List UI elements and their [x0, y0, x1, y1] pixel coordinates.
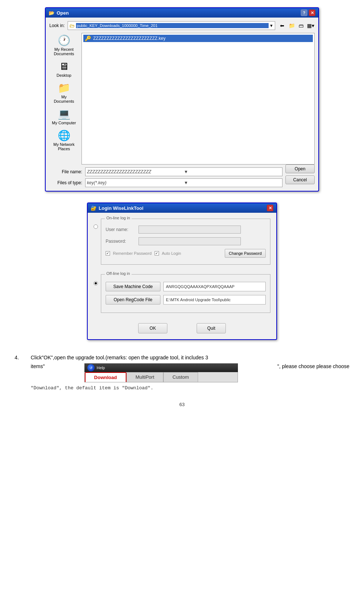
open-dialog: 📂 Open ? ✕ Look in: 🗁 public_KEY_Downloa… [45, 7, 319, 192]
open-dialog-body: Look in: 🗁 public_KEY_Downloads_1000000_… [46, 18, 318, 191]
offline-wrapper: Off-line log in Save Machine Code ANRGQG… [94, 274, 270, 319]
online-legend: On-line log in [105, 216, 132, 220]
file-area-container: 🕐 My RecentDocuments 🖥 Desktop 📁 My Docu… [49, 33, 315, 164]
open-dialog-titlebar: 📂 Open ? ✕ [46, 8, 318, 18]
login-titlebar-controls: ✕ [267, 205, 273, 211]
look-in-dropdown-arrow[interactable]: ▼ [269, 23, 273, 28]
login-dialog: 🔐 Login WiseLinkTool ✕ On-line log in Us… [87, 203, 277, 340]
open-regcode-button[interactable]: Open RegCode File [106, 295, 160, 305]
reg-code-display: E:\MTK Android Upgrade Tool\public [163, 295, 266, 305]
items-desc-group: ", please choose please choose [277, 363, 349, 369]
password-row: Password: [106, 237, 266, 245]
items-label-group: items" [31, 363, 45, 369]
look-in-row: Look in: 🗁 public_KEY_Downloads_1000000_… [49, 21, 315, 30]
new-folder-icon[interactable]: 📁 [288, 22, 296, 30]
computer-icon: 💻 [58, 108, 71, 120]
desktop-icon: 🖥 [59, 60, 69, 72]
page-number: 63 [7, 402, 357, 407]
machine-code-row: Save Machine Code ANRGQGQQAAAXAQPXARQQAA… [106, 282, 266, 291]
filename-value: ZZZZZZZZZZZZZZZZZZZZZZZZ [87, 169, 184, 174]
offline-radio[interactable] [94, 280, 98, 285]
tab-multiport[interactable]: MultiPort [126, 372, 163, 382]
titlebar-controls: ? ✕ [301, 10, 315, 16]
filename-label: File name: [49, 169, 82, 174]
login-body: On-line log in User name: Password: Reme… [88, 213, 276, 339]
username-input[interactable] [139, 226, 241, 234]
nav-desktop[interactable]: 🖥 Desktop [50, 59, 78, 79]
ok-button[interactable]: OK [138, 323, 167, 333]
toolbar-icons: ⬅ 📁 🗃 ▦▾ [278, 22, 315, 30]
login-actions: OK Quit [94, 323, 270, 333]
look-in-combo[interactable]: 🗁 public_KEY_Downloads_1000000_Time_201 … [68, 21, 275, 30]
offline-section: Off-line log in Save Machine Code ANRGQG… [101, 274, 270, 313]
items-desc: ", please choose [277, 363, 315, 369]
reg-code-row: Open RegCode File E:\MTK Android Upgrade… [106, 295, 266, 305]
filetype-combo[interactable]: key(*.key) ▼ [85, 178, 283, 187]
password-input[interactable] [139, 237, 241, 245]
filetype-label: Files of type: [49, 180, 82, 185]
nav-documents[interactable]: 📁 My Documents [50, 80, 78, 105]
view-icon[interactable]: 🗃 [297, 22, 305, 30]
filename-combo[interactable]: ZZZZZZZZZZZZZZZZZZZZZZZZ ▼ [85, 167, 283, 176]
remember-checkbox[interactable] [106, 251, 110, 256]
offline-radio-circle[interactable] [94, 281, 98, 285]
cancel-button[interactable]: Cancel [285, 175, 315, 184]
folder-icon-small: 🗁 [69, 23, 75, 29]
filename-dropdown-arrow[interactable]: ▼ [184, 169, 281, 174]
tabs-row: Download MultiPort Custom [84, 372, 238, 382]
file-item[interactable]: 🔑 ZZZZZZZZZZZZZZZZZZZZZZZZ.key [83, 35, 313, 42]
nav-recent[interactable]: 🕐 My RecentDocuments [50, 33, 78, 57]
open-dialog-title: Open [57, 10, 69, 16]
view-menu-icon[interactable]: ▦▾ [307, 22, 315, 30]
recent-icon: 🕐 [58, 34, 71, 46]
open-button[interactable]: Open [285, 164, 315, 173]
login-close-button[interactable]: ✕ [267, 205, 273, 211]
sidebar-nav: 🕐 My RecentDocuments 🖥 Desktop 📁 My Docu… [49, 33, 79, 164]
online-radio-circle[interactable] [94, 224, 98, 229]
machine-code-display: ANRGQGQQAAAXAQPXARQQAAAP [163, 282, 266, 291]
items-label: items" [31, 363, 45, 369]
login-title-group: 🔐 Login WiseLinkTool [91, 205, 143, 211]
close-button[interactable]: ✕ [309, 10, 315, 16]
folder-icon: 📂 [49, 10, 54, 16]
file-icon: 🔑 [85, 35, 91, 41]
instruction-para: "Download", the default item is "Downloa… [31, 385, 349, 391]
documents-icon: 📁 [58, 82, 71, 94]
username-label: User name: [106, 227, 139, 232]
bottom-rows: File name: ZZZZZZZZZZZZZZZZZZZZZZZZ ▼ Fi… [49, 164, 315, 187]
remember-label: Remember Password [113, 251, 152, 256]
titlebar-title-group: 📂 Open [49, 10, 69, 16]
save-machine-code-button[interactable]: Save Machine Code [106, 282, 160, 291]
instruction-number: 4. [15, 355, 22, 360]
online-section: On-line log in User name: Password: Reme… [101, 219, 270, 265]
autologin-label: Auto Login [162, 251, 181, 256]
autologin-checkbox[interactable] [155, 251, 159, 256]
online-radio[interactable] [94, 224, 98, 230]
instruction-row: 4. Click"OK",open the upgrade tool.(rema… [15, 355, 349, 391]
help-button[interactable]: ? [301, 10, 307, 16]
tabs-container: ↺ Help Download MultiPort Custom [84, 363, 238, 382]
offline-legend: Off-line log in [105, 271, 132, 276]
fields-section: File name: ZZZZZZZZZZZZZZZZZZZZZZZZ ▼ Fi… [49, 164, 283, 187]
tab-app-icon: ↺ [87, 364, 95, 371]
tab-download[interactable]: Download [85, 372, 126, 382]
tab-custom[interactable]: Custom [163, 372, 198, 382]
quit-button[interactable]: Quit [197, 323, 226, 333]
network-icon: 🌐 [58, 129, 71, 141]
filetype-dropdown-arrow[interactable]: ▼ [184, 180, 281, 185]
filetype-row: Files of type: key(*.key) ▼ [49, 178, 283, 187]
instruction-section: 4. Click"OK",open the upgrade tool.(rema… [7, 351, 357, 394]
checkbox-row: Remember Password Auto Login Change Pass… [106, 249, 266, 258]
nav-network[interactable]: 🌐 My NetworkPlaces [50, 128, 78, 152]
file-name: ZZZZZZZZZZZZZZZZZZZZZZZZ.key [93, 36, 166, 41]
change-password-button[interactable]: Change Password [225, 249, 266, 258]
nav-computer[interactable]: 💻 My Computer [50, 106, 78, 126]
look-in-value: public_KEY_Downloads_1000000_Time_201 [76, 23, 269, 28]
file-list-area[interactable]: 🔑 ZZZZZZZZZZZZZZZZZZZZZZZZ.key [81, 33, 315, 164]
tab-titlebar-label: Help [97, 366, 105, 370]
online-wrapper: On-line log in User name: Password: Reme… [94, 219, 270, 270]
username-row: User name: [106, 226, 266, 234]
back-icon[interactable]: ⬅ [278, 22, 286, 30]
filetype-value: key(*.key) [87, 180, 184, 185]
please-choose: please choose [316, 363, 349, 369]
